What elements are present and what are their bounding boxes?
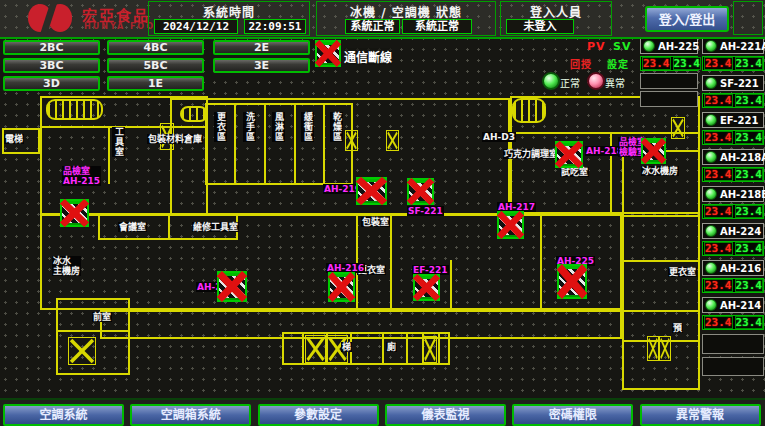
login-user-value: 未登入 (506, 19, 574, 34)
unit-sv-value: 23.4 (735, 168, 764, 181)
comm-loss-device-icon-EF-221[interactable] (413, 274, 440, 301)
plan-wall (234, 103, 236, 185)
comm-loss-device-icon-檢驗室[interactable] (641, 138, 666, 164)
plan-wall (622, 260, 700, 262)
unit-values-AH-218B: 23.423.4 (702, 204, 764, 219)
unit-name-text: EF-221 (720, 115, 758, 126)
system-date-value: 2024/12/12 (154, 19, 238, 34)
unit-sv-value: 23.4 (735, 131, 764, 144)
unit-pv-value: 23.4 (704, 242, 733, 255)
unit-values-AH-214: 23.423.4 (702, 315, 764, 330)
unit-name-AH-216: AH-216 (702, 260, 764, 276)
shaft-x-icon (423, 336, 437, 363)
unit-name-text: SF-221 (720, 78, 759, 89)
header-bar: 宏亞食品 HUNYA FOODS 系統時間 2024/12/12 22:09:5… (0, 0, 765, 39)
unit-values-AH-224: 23.423.4 (702, 241, 764, 256)
unit-name-AH-224: AH-224 (702, 223, 764, 239)
unit-status-led (705, 225, 717, 237)
nav-button-2[interactable]: 空調箱系統 (130, 404, 251, 426)
nav-button-3[interactable]: 參數設定 (258, 404, 379, 426)
nav-button-4[interactable]: 儀表監視 (385, 404, 506, 426)
stairs-icon (512, 98, 546, 123)
unit-pv-value: 23.4 (642, 57, 671, 70)
plan-wall (622, 215, 700, 217)
comm-loss-device-icon-AH-216[interactable] (328, 272, 355, 302)
pv-header-label: PV (587, 40, 606, 53)
comm-loss-device-icon-AH-215[interactable] (60, 199, 89, 227)
unit-pv-value: 23.4 (704, 279, 733, 292)
floor-button-3e[interactable]: 3E (213, 58, 310, 73)
unit-name-AH-214: AH-214 (702, 297, 764, 313)
shaft-x-icon (305, 335, 326, 363)
nav-button-6[interactable]: 異常警報 (640, 404, 761, 426)
unit-sv-value: 23.4 (735, 205, 764, 218)
plan-wall (406, 332, 408, 365)
room-label: 廁 (386, 342, 397, 352)
ahu-status-value: 系統正常 (402, 19, 472, 34)
login-logout-button[interactable]: 登入/登出 (645, 6, 729, 32)
floor-button-3d[interactable]: 3D (3, 76, 100, 91)
plan-wall (294, 103, 296, 185)
nav-button-1[interactable]: 空調系統 (3, 404, 124, 426)
nav-button-5[interactable]: 密碼權限 (512, 404, 633, 426)
room-label: 維修工具室 (192, 222, 239, 232)
room-label: 巧克力調理室 (503, 149, 559, 159)
shaft-x-icon (345, 130, 358, 151)
unit-name-AH-221A: AH-221A (702, 38, 764, 54)
comm-loss-device-icon-AH-218[interactable] (555, 141, 583, 168)
device-label: 品檢室AH-215 (62, 166, 101, 186)
unit-name-text: AH-225 (658, 41, 699, 52)
unit-values-SF-221: 23.423.4 (702, 93, 764, 108)
room-label: 試吃室 (560, 167, 589, 177)
unit-sv-value: 23.4 (735, 57, 764, 70)
panel-empty-slot (640, 73, 698, 89)
floor-button-5bc[interactable]: 5BC (107, 58, 204, 73)
bottom-nav-bar: 空調系統空調箱系統參數設定儀表監視密碼權限異常警報 (0, 398, 765, 426)
comm-loss-device-icon-AH-225[interactable] (557, 264, 587, 299)
machine-status-label: 冰機 / 空調機 狀態 (317, 3, 495, 20)
stairs-icon (180, 106, 208, 122)
hunya-logo-icon (28, 4, 74, 32)
unit-name-SF-221: SF-221 (702, 75, 764, 91)
unit-values-AH-225: 23.423.4 (640, 56, 698, 71)
plan-wall (108, 126, 110, 184)
unit-pv-value: 23.4 (704, 94, 733, 107)
plan-wall (610, 132, 612, 215)
unit-status-led (705, 40, 717, 52)
unit-status-led (705, 262, 717, 274)
system-time-label: 系統時間 (149, 3, 309, 20)
room-label: 會議室 (118, 222, 147, 232)
room-label: 預 (672, 323, 683, 333)
room-label: 電梯 (4, 134, 24, 144)
panel-empty-slot (640, 91, 698, 107)
normal-legend-label: 正常 (560, 75, 580, 90)
unit-name-text: AH-218B (720, 189, 765, 200)
comm-loss-device-icon-SF-221[interactable] (407, 178, 434, 205)
comm-loss-device-icon-AH-214[interactable] (217, 271, 247, 302)
panel-empty-slot (702, 357, 764, 376)
sv-header-label: SV (613, 40, 631, 53)
setting-header-label: 設定 (607, 56, 629, 71)
comm-loss-device-icon-AH-217[interactable] (497, 211, 524, 239)
floor-button-2bc[interactable]: 2BC (3, 40, 100, 55)
unit-name-text: AH-224 (720, 226, 761, 237)
unit-name-text: AH-221A (720, 41, 765, 52)
plan-wall (168, 214, 170, 240)
room-label: 冰水機房 (641, 166, 679, 176)
plan-wall (323, 103, 325, 185)
comm-loss-device-icon-AH-219A[interactable] (356, 177, 387, 205)
unit-sv-value: 23.4 (735, 316, 764, 329)
floor-button-3bc[interactable]: 3BC (3, 58, 100, 73)
plan-wall (264, 103, 266, 185)
unit-name-text: AH-216 (720, 263, 761, 274)
floor-button-4bc[interactable]: 4BC (107, 40, 204, 55)
room-label: 冰水主機房 (52, 256, 81, 276)
room-label: 風淋區 (272, 112, 285, 142)
floor-button-2e[interactable]: 2E (213, 40, 310, 55)
hmi-screen: 宏亞食品 HUNYA FOODS 系統時間 2024/12/12 22:09:5… (0, 0, 765, 426)
floor-button-1e[interactable]: 1E (107, 76, 204, 91)
unit-name-AH-218A: AH-218A (702, 149, 764, 165)
unit-name-AH-218B: AH-218B (702, 186, 764, 202)
unit-pv-value: 23.4 (704, 168, 733, 181)
unit-sv-value: 23.4 (735, 94, 764, 107)
